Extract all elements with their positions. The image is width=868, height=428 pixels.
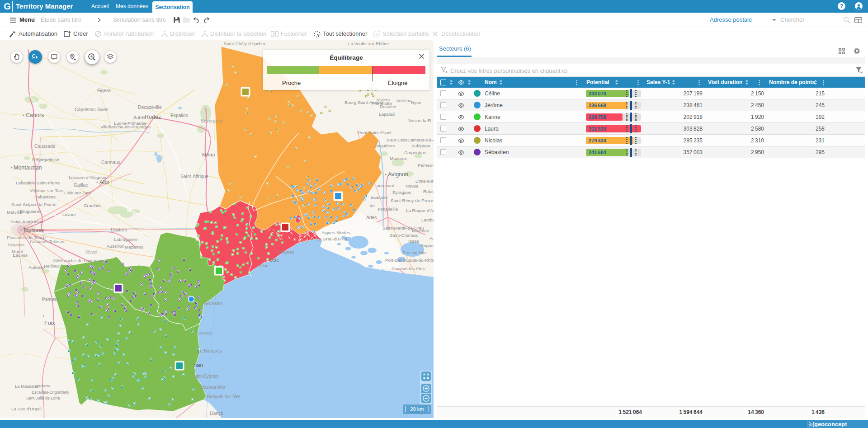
svg-text:Banyuls-sur-Mer: Banyuls-sur-Mer — [207, 394, 241, 399]
svg-text:Cahors: Cahors — [26, 112, 44, 118]
svg-text:Villefranche-de-Lauragais: Villefranche-de-Lauragais — [53, 258, 104, 263]
svg-text:L'Isle-sur-la-: L'Isle-sur-la- — [415, 179, 434, 183]
svg-text:Rodez: Rodez — [145, 114, 161, 120]
svg-text:Fos-sur-Mer: Fos-sur-Mer — [403, 250, 427, 255]
svg-text:Aussillon: Aussillon — [107, 244, 124, 249]
svg-text:Montauban: Montauban — [14, 165, 42, 171]
svg-text:Lapalud: Lapalud — [379, 112, 395, 117]
svg-text:Eaunes: Eaunes — [13, 253, 28, 258]
svg-text:Bruguières: Bruguières — [20, 209, 41, 214]
svg-text:La Seu d'Urgell: La Seu d'Urgell — [11, 406, 42, 411]
svg-text:Aubin: Aubin — [133, 115, 146, 120]
svg-text:Rognac: Rognac — [420, 243, 434, 248]
svg-text:Labastide-Saint-Pierre: Labastide-Saint-Pierre — [16, 180, 60, 185]
svg-text:Sévérac d: Sévérac d — [201, 118, 222, 123]
svg-text:Vaison-la-R: Vaison-la-R — [408, 118, 431, 123]
svg-text:Sant Julià de Lòria: Sant Julià de Lòria — [26, 396, 60, 400]
svg-text:eaucaire: eaucaire — [371, 195, 388, 200]
svg-text:Gaillac: Gaillac — [74, 183, 88, 188]
svg-text:Castanet-Tolosan: Castanet-Tolosan — [30, 239, 64, 244]
svg-text:Saint-Affrique: Saint-Affrique — [180, 174, 208, 179]
svg-text:Arles: Arles — [366, 215, 377, 220]
svg-text:Gruissan: Gruissan — [204, 301, 222, 306]
svg-text:Monteux: Monteux — [390, 156, 407, 161]
svg-text:Villemur-sur-Tarn: Villemur-sur-Tarn — [30, 188, 63, 193]
svg-text:Graulhet: Graulhet — [84, 203, 101, 208]
svg-text:s-sur-CezeCamaret-sur-Aigues: s-sur-CezeCamaret-sur-Aigues — [387, 137, 434, 142]
svg-text:nan: nan — [193, 362, 203, 368]
svg-text:aint-Cyprien: aint-Cyprien — [194, 374, 219, 379]
svg-text:Saint-Sulpice-la-Pointe: Saint-Sulpice-la-Pointe — [11, 202, 57, 207]
svg-text:Millau: Millau — [202, 152, 215, 157]
svg-text:Lisle-sur-Tam: Lisle-sur-Tam — [64, 190, 91, 195]
svg-text:Carpentras: Carpentras — [404, 150, 426, 155]
svg-text:Espalion: Espalion — [170, 113, 189, 118]
svg-text:Eyragues: Eyragues — [392, 190, 411, 195]
svg-text:Nyon: Nyon — [411, 100, 421, 105]
svg-text:Toulouse: Toulouse — [23, 227, 44, 233]
svg-text:Lavaur: Lavaur — [62, 212, 76, 217]
svg-text:Pont-Saint-Esprit: Pont-Saint-Esprit — [358, 130, 392, 135]
svg-text:Noves: Noves — [406, 183, 418, 188]
svg-text:Albi: Albi — [99, 179, 109, 185]
svg-text:Andorre: Andorre — [35, 383, 51, 388]
svg-text:Castres: Castres — [111, 227, 127, 232]
svg-text:Rabastens: Rabastens — [34, 194, 56, 199]
svg-text:Avignon: Avignon — [388, 171, 408, 178]
svg-text:Foix: Foix — [44, 320, 55, 326]
svg-text:onquières: onquières — [375, 143, 395, 148]
svg-text:Sète: Sète — [269, 258, 279, 263]
svg-text:Pernes-les-F: Pernes-les-F — [418, 163, 434, 168]
svg-text:Escaldes-Engordany: Escaldes-Engordany — [32, 390, 70, 395]
svg-text:(geoconcept: (geoconcept — [812, 421, 847, 427]
svg-text:Labruguière: Labruguière — [114, 237, 138, 242]
svg-text:Nailloux: Nailloux — [44, 263, 60, 268]
svg-text:Aubignan: Aubignan — [411, 143, 430, 148]
svg-text:Saint-Rémy-de-Provence: Saint-Rémy-de-Provence — [391, 198, 434, 203]
svg-text:ontignan: ontignan — [277, 249, 294, 254]
svg-text:Aix: Aix — [429, 236, 434, 241]
svg-text:Seysses: Seysses — [8, 242, 24, 247]
svg-text:Capdenac-Gare: Capdenac-Gare — [75, 107, 108, 112]
svg-text:de: de — [370, 203, 375, 208]
svg-text:Auterive: Auterive — [28, 265, 45, 270]
svg-text:Caussade: Caussade — [34, 144, 56, 149]
svg-text:?: ? — [840, 3, 844, 9]
svg-text:Le Barcarès: Le Barcarès — [198, 348, 222, 353]
svg-text:Lambes: Lambes — [421, 217, 434, 222]
svg-text:elès-sur-Mer: elès-sur-Mer — [200, 385, 226, 390]
svg-text:Carmaux: Carmaux — [101, 160, 121, 165]
svg-text:Decazeville: Decazeville — [138, 105, 162, 110]
svg-text:seillan: seillan — [256, 263, 269, 268]
svg-text:Nègrepelisse: Nègrepelisse — [32, 157, 59, 162]
svg-text:Luc-la-Primaube: Luc-la-Primaube — [114, 121, 146, 126]
svg-text:Mazamet: Mazamet — [125, 245, 143, 249]
svg-text:Le Grau-du-Roi: Le Grau-du-Roi — [316, 236, 347, 241]
svg-text:Figeac: Figeac — [97, 88, 111, 93]
svg-text:Fontvieille: Fontvieille — [378, 207, 398, 212]
svg-text:Istres: Istres — [408, 239, 419, 244]
svg-text:Pamiers: Pamiers — [42, 297, 59, 302]
svg-text:Aigues-Mortes: Aigues-Mortes — [321, 230, 350, 235]
svg-text:Robion: Robion — [423, 189, 434, 194]
svg-text:Sausset-les-Pins: Sausset-les-Pins — [392, 266, 425, 271]
svg-text:Leucate: Leucate — [196, 330, 212, 335]
svg-text:La Voulte-sur-Rhône: La Voulte-sur-Rhône — [348, 41, 389, 46]
svg-text:Port-Saint-Louis-du-Rhône: Port-Saint-Louis-du-Rhône — [385, 258, 434, 263]
svg-text:Pierrelatte: Pierrelatte — [372, 101, 392, 106]
svg-text:Llançà: Llançà — [210, 411, 223, 416]
svg-text:Saint-Chély-d'Apcher: Saint-Chély-d'Apcher — [224, 41, 266, 46]
svg-text:Saint-Chamas: Saint-Chamas — [390, 233, 418, 238]
svg-text:aurenard: aurenard — [377, 183, 394, 188]
svg-text:L'Union: L'Union — [28, 219, 43, 224]
svg-text:Revel: Revel — [85, 249, 97, 254]
svg-text:La Roque-d'Anth: La Roque-d'Anth — [406, 208, 434, 213]
svg-text:Valréas: Valréas — [396, 98, 411, 103]
